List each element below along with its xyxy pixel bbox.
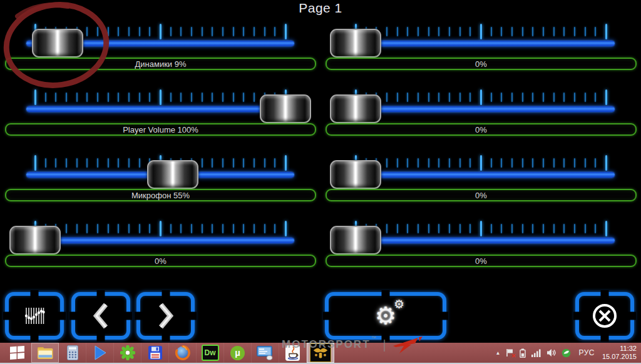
tick-mark	[491, 93, 492, 102]
slider-handle[interactable]	[9, 226, 61, 255]
taskbar-item-dreamweaver[interactable]: Dw	[197, 343, 224, 363]
slider-track[interactable]	[347, 172, 615, 178]
tick-mark	[449, 158, 450, 168]
slider-handle[interactable]	[330, 226, 381, 255]
tick-mark	[407, 224, 408, 233]
slider-value-label: 0%	[326, 255, 637, 267]
tick-mark	[233, 224, 234, 233]
tick-mark	[76, 93, 78, 102]
taskbar-item-utorrent[interactable]: µ	[224, 343, 252, 363]
taskbar-item-mixer-app-active[interactable]	[307, 343, 334, 363]
tick-mark	[149, 27, 150, 36]
tick-mark	[449, 224, 450, 233]
taskbar-item-display-settings[interactable]	[252, 343, 279, 363]
action-center-flag-icon[interactable]: ✕	[506, 348, 514, 357]
tick-mark	[254, 224, 255, 233]
tick-mark	[418, 224, 419, 233]
taskbar-item-java[interactable]	[279, 343, 307, 363]
signal-bars-icon[interactable]	[531, 348, 541, 357]
close-button[interactable]	[575, 292, 634, 340]
slider-handle[interactable]	[147, 160, 198, 189]
tick-mark	[532, 93, 533, 102]
tick-mark	[595, 158, 596, 168]
slider-value-label: Динамики 9%	[5, 58, 316, 70]
display-settings-icon	[257, 346, 274, 360]
tick-mark	[501, 93, 502, 102]
tick-mark	[202, 158, 203, 168]
tick-mark	[397, 224, 398, 233]
tick-mark	[97, 93, 98, 102]
slider-track[interactable]	[26, 106, 294, 112]
tick-mark	[459, 158, 461, 168]
slider-value-label: 0%	[326, 58, 637, 70]
tick-mark	[76, 224, 78, 233]
language-indicator[interactable]: РУС	[578, 348, 595, 357]
slider-group-slider-8: 0%	[326, 221, 637, 270]
tick-mark	[418, 93, 419, 102]
slider-track[interactable]	[347, 238, 615, 243]
tick-mark	[212, 27, 213, 36]
slider-handle[interactable]	[330, 94, 381, 123]
tick-mark	[191, 93, 192, 102]
slider-track[interactable]	[347, 41, 615, 46]
tick-mark	[97, 224, 98, 233]
slider-handle[interactable]	[330, 29, 381, 58]
tick-mark	[428, 27, 429, 36]
tick-mark	[222, 93, 223, 102]
slider-track[interactable]	[26, 238, 294, 243]
tick-mark	[34, 89, 36, 105]
next-page-button[interactable]	[136, 292, 195, 340]
taskbar-item-media-player[interactable]	[86, 343, 114, 363]
tick-mark	[264, 27, 265, 36]
antivirus-icon[interactable]	[562, 348, 571, 358]
tick-mark	[76, 158, 78, 168]
mixer-app-icon	[310, 343, 331, 362]
taskbar-item-calculator[interactable]	[59, 343, 86, 363]
tick-mark	[108, 158, 109, 168]
tick-mark	[553, 27, 555, 36]
slider-handle[interactable]	[330, 160, 381, 189]
slider-track[interactable]	[347, 106, 615, 112]
tick-mark	[438, 224, 439, 233]
tick-mark	[511, 27, 513, 36]
taskbar-item-file-explorer[interactable]	[31, 343, 59, 363]
system-tray: ▲ ✕ РУС 1	[490, 343, 641, 363]
chevron-right-icon	[158, 303, 174, 329]
prev-page-button[interactable]	[71, 292, 130, 340]
speaker-icon[interactable]	[546, 348, 556, 357]
slider-handle[interactable]	[32, 29, 83, 58]
settings-button[interactable]: ⚙ ⚙	[325, 292, 446, 340]
utorrent-icon: µ	[230, 346, 245, 360]
taskbar-item-icq[interactable]	[114, 343, 141, 363]
slider-value-label: 0%	[326, 123, 637, 136]
windows-logo-icon	[10, 346, 25, 360]
tick-mark	[501, 158, 502, 168]
tick-mark	[66, 158, 67, 168]
tick-mark	[386, 224, 387, 233]
tick-mark	[254, 93, 255, 102]
tick-mark	[264, 224, 265, 233]
tick-mark	[386, 27, 387, 36]
tick-mark	[97, 158, 98, 168]
tick-mark	[407, 27, 408, 36]
tray-time: 11:32	[602, 345, 637, 353]
tick-mark	[438, 93, 439, 102]
battery-icon[interactable]	[520, 348, 526, 358]
tick-mark	[595, 93, 596, 102]
slider-handle[interactable]	[260, 94, 311, 123]
start-button[interactable]	[4, 343, 31, 363]
tick-mark	[233, 158, 234, 168]
mixer-channels-button[interactable]	[5, 292, 64, 340]
hidden-icons-arrow[interactable]: ▲	[495, 350, 500, 356]
tick-mark	[243, 224, 244, 233]
tick-mark	[563, 224, 565, 233]
tick-mark	[511, 224, 513, 233]
tick-mark	[449, 27, 450, 36]
slider-value-label: 0%	[326, 189, 637, 201]
tick-mark	[222, 27, 223, 36]
slider-group-microphone: Микрофон 55%	[5, 155, 316, 204]
tick-mark	[212, 224, 213, 233]
clock[interactable]: 11:32 15.07.2015	[602, 345, 637, 361]
taskbar-item-save[interactable]	[141, 343, 169, 363]
taskbar-item-firefox[interactable]	[169, 343, 197, 363]
